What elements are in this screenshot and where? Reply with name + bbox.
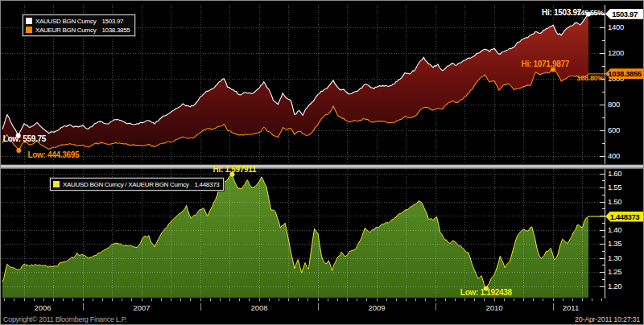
legend-item-ratio[interactable]: XAUUSD BGN Curncy / XAUEUR BGN Curncy 1.… bbox=[53, 180, 219, 188]
ratio-last-price-badge: 1.448373 bbox=[605, 212, 644, 222]
y-axis-label-bottom: 1.40 bbox=[608, 226, 621, 234]
panel-divider[interactable] bbox=[1, 164, 644, 169]
xauusd-swatch-icon bbox=[26, 18, 32, 24]
annotation-xauusd-low: Low: 559.75 bbox=[3, 135, 46, 143]
y-axis-label-top: 400 bbox=[608, 152, 620, 160]
x-axis-year-label: 2011 bbox=[563, 304, 579, 312]
top-legend: XAUUSD BGN Curncy 1503.97 XAUEUR BGN Cur… bbox=[23, 14, 135, 36]
legend-value: 1.448373 bbox=[195, 181, 220, 188]
legend-item-xaueur[interactable]: XAUEUR BGN Curncy 1038.3855 bbox=[26, 26, 130, 34]
legend-label: XAUEUR BGN Curncy bbox=[35, 27, 96, 34]
y-axis-label-top: 800 bbox=[608, 101, 620, 109]
annotation-xaueur-hi: Hi: 1071.9877 bbox=[522, 60, 569, 68]
xaueur-pct-change-label: 108.80% bbox=[577, 74, 604, 82]
bottom-legend: XAUUSD BGN Curncy / XAUEUR BGN Curncy 1.… bbox=[50, 178, 224, 191]
y-axis-label-bottom: 1.25 bbox=[608, 268, 621, 276]
y-axis-label-bottom: 1.30 bbox=[608, 254, 621, 262]
xaueur-last-price-badge: 1038.3855 bbox=[605, 68, 644, 79]
x-axis-year-label: 2009 bbox=[368, 304, 385, 312]
timestamp-text: 20-Apr-2011 10:27:31 bbox=[575, 315, 640, 323]
legend-item-xauusd[interactable]: XAUUSD BGN Curncy 1503.97 bbox=[26, 17, 130, 25]
xauusd-last-price-badge: 1503.97 bbox=[605, 9, 644, 19]
x-axis-year-label: 2006 bbox=[34, 304, 51, 312]
annotation-xaueur-low: Low: 444.3695 bbox=[27, 151, 79, 159]
y-axis-label-bottom: 1.50 bbox=[608, 198, 621, 206]
y-axis-label-bottom: 1.55 bbox=[608, 183, 621, 191]
annotation-ratio-low: Low: 1.192438 bbox=[460, 289, 512, 297]
y-axis-label-top: 600 bbox=[608, 126, 620, 134]
x-axis-year-label: 2010 bbox=[485, 304, 502, 312]
y-axis-label-bottom: 1.20 bbox=[608, 282, 621, 290]
legend-label: XAUUSD BGN Curncy / XAUEUR BGN Curncy bbox=[63, 181, 189, 188]
copyright-text: Copyright© 2011 Bloomberg Finance L.P. bbox=[3, 315, 127, 323]
y-axis-label-bottom: 1.35 bbox=[608, 240, 621, 248]
xaueur-swatch-icon bbox=[26, 27, 32, 33]
legend-label: XAUUSD BGN Curncy bbox=[35, 18, 96, 25]
legend-value: 1038.3855 bbox=[101, 27, 130, 34]
x-axis-year-label: 2007 bbox=[133, 304, 150, 312]
annotation-xauusd-hi: Hi: 1503.97 bbox=[542, 9, 581, 17]
chart-plot-area[interactable] bbox=[1, 1, 644, 325]
y-axis-label-bottom: 1.60 bbox=[608, 170, 621, 178]
bloomberg-chart-window: XAUUSD BGN Curncy 1503.97 XAUEUR BGN Cur… bbox=[0, 0, 644, 325]
x-axis-year-label: 2008 bbox=[250, 304, 267, 312]
y-axis-label-top: 1200 bbox=[608, 49, 624, 57]
annotation-ratio-hi: Hi: 1.597911 bbox=[213, 166, 257, 174]
legend-value: 1503.97 bbox=[101, 18, 123, 25]
ratio-swatch-icon bbox=[53, 181, 60, 187]
y-axis-label-top: 1400 bbox=[608, 23, 624, 31]
